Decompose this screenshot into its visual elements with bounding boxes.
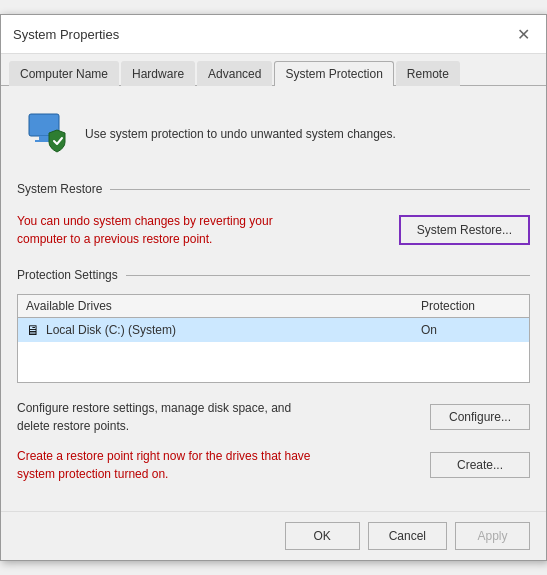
- window-title: System Properties: [13, 27, 119, 42]
- drive-name: Local Disk (C:) (System): [46, 323, 421, 337]
- col-drives-header: Available Drives: [26, 299, 421, 313]
- drive-protection: On: [421, 323, 521, 337]
- tab-system-protection[interactable]: System Protection: [274, 61, 393, 86]
- configure-section: Configure restore settings, manage disk …: [17, 399, 530, 435]
- drives-table-header: Available Drives Protection: [18, 295, 529, 318]
- tab-bar: Computer Name Hardware Advanced System P…: [1, 54, 546, 86]
- section-divider: [110, 189, 530, 190]
- configure-button[interactable]: Configure...: [430, 404, 530, 430]
- system-restore-header: System Restore: [17, 182, 530, 196]
- create-section: Create a restore point right now for the…: [17, 447, 530, 483]
- protection-settings-section: Protection Settings Available Drives Pro…: [17, 268, 530, 383]
- system-restore-section: System Restore You can undo system chang…: [17, 182, 530, 252]
- tab-advanced[interactable]: Advanced: [197, 61, 272, 86]
- tab-hardware[interactable]: Hardware: [121, 61, 195, 86]
- col-protection-header: Protection: [421, 299, 521, 313]
- protection-settings-label: Protection Settings: [17, 268, 118, 282]
- header-description: Use system protection to undo unwanted s…: [85, 127, 396, 141]
- system-properties-dialog: System Properties ✕ Computer Name Hardwa…: [0, 14, 547, 561]
- close-button[interactable]: ✕: [512, 23, 534, 45]
- drive-icon: 🖥: [26, 322, 40, 338]
- header-section: Use system protection to undo unwanted s…: [17, 102, 530, 166]
- tab-content: Use system protection to undo unwanted s…: [1, 86, 546, 511]
- system-restore-button[interactable]: System Restore...: [399, 215, 530, 245]
- drives-table: Available Drives Protection 🖥 Local Disk…: [17, 294, 530, 383]
- create-button[interactable]: Create...: [430, 452, 530, 478]
- create-description: Create a restore point right now for the…: [17, 447, 317, 483]
- system-protection-icon: [25, 110, 73, 158]
- title-bar: System Properties ✕: [1, 15, 546, 54]
- ok-button[interactable]: OK: [285, 522, 360, 550]
- cancel-button[interactable]: Cancel: [368, 522, 447, 550]
- section-divider-2: [126, 275, 530, 276]
- system-restore-label: System Restore: [17, 182, 102, 196]
- tab-remote[interactable]: Remote: [396, 61, 460, 86]
- drives-table-empty-area: [18, 342, 529, 382]
- configure-description: Configure restore settings, manage disk …: [17, 399, 317, 435]
- protection-settings-header: Protection Settings: [17, 268, 530, 282]
- apply-button[interactable]: Apply: [455, 522, 530, 550]
- restore-description: You can undo system changes by reverting…: [17, 212, 277, 248]
- tab-computer-name[interactable]: Computer Name: [9, 61, 119, 86]
- dialog-footer: OK Cancel Apply: [1, 511, 546, 560]
- table-row[interactable]: 🖥 Local Disk (C:) (System) On: [18, 318, 529, 342]
- restore-content: You can undo system changes by reverting…: [17, 208, 530, 252]
